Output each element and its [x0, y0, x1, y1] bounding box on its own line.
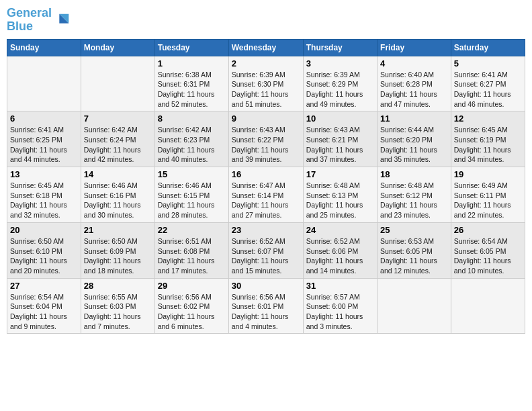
calendar-cell: 16Sunrise: 6:47 AMSunset: 6:14 PMDayligh…	[228, 167, 303, 223]
day-number: 15	[158, 169, 226, 179]
calendar-cell: 29Sunrise: 6:56 AMSunset: 6:02 PMDayligh…	[154, 278, 228, 334]
day-number: 5	[454, 58, 522, 68]
day-info: Sunrise: 6:45 AMSunset: 6:18 PMDaylight:…	[10, 181, 78, 220]
logo-text: General Blue	[7, 7, 52, 34]
day-info: Sunrise: 6:56 AMSunset: 6:02 PMDaylight:…	[158, 292, 226, 332]
day-number: 12	[454, 113, 522, 124]
day-number: 28	[84, 281, 152, 291]
day-info: Sunrise: 6:43 AMSunset: 6:22 PMDaylight:…	[232, 125, 300, 165]
page-header: General Blue	[7, 7, 525, 34]
calendar-cell: 15Sunrise: 6:46 AMSunset: 6:15 PMDayligh…	[154, 167, 228, 223]
day-number: 19	[454, 169, 522, 179]
day-info: Sunrise: 6:41 AMSunset: 6:25 PMDaylight:…	[10, 125, 78, 165]
calendar-cell: 30Sunrise: 6:56 AMSunset: 6:01 PMDayligh…	[228, 278, 303, 334]
day-info: Sunrise: 6:46 AMSunset: 6:16 PMDaylight:…	[84, 181, 152, 220]
day-info: Sunrise: 6:50 AMSunset: 6:09 PMDaylight:…	[84, 236, 152, 276]
day-info: Sunrise: 6:56 AMSunset: 6:01 PMDaylight:…	[232, 292, 300, 332]
day-info: Sunrise: 6:48 AMSunset: 6:13 PMDaylight:…	[306, 181, 374, 220]
day-info: Sunrise: 6:43 AMSunset: 6:21 PMDaylight:…	[306, 125, 374, 165]
day-number: 31	[306, 281, 374, 291]
day-info: Sunrise: 6:52 AMSunset: 6:07 PMDaylight:…	[232, 236, 300, 276]
day-info: Sunrise: 6:39 AMSunset: 6:30 PMDaylight:…	[232, 70, 300, 109]
day-number: 26	[454, 225, 522, 235]
calendar-cell: 1Sunrise: 6:38 AMSunset: 6:31 PMDaylight…	[154, 56, 228, 111]
day-number: 24	[306, 225, 374, 235]
day-number: 4	[380, 58, 448, 68]
day-number: 7	[84, 113, 152, 124]
calendar-table: SundayMondayTuesdayWednesdayThursdayFrid…	[7, 39, 525, 334]
day-info: Sunrise: 6:54 AMSunset: 6:04 PMDaylight:…	[10, 292, 78, 332]
calendar-cell: 18Sunrise: 6:48 AMSunset: 6:12 PMDayligh…	[378, 167, 451, 223]
calendar-week-row: 1Sunrise: 6:38 AMSunset: 6:31 PMDaylight…	[7, 56, 525, 111]
logo-icon	[53, 11, 72, 30]
calendar-cell	[7, 56, 81, 111]
day-info: Sunrise: 6:50 AMSunset: 6:10 PMDaylight:…	[10, 236, 78, 276]
day-number: 3	[306, 58, 374, 68]
column-header-friday: Friday	[378, 39, 451, 56]
calendar-cell: 5Sunrise: 6:41 AMSunset: 6:27 PMDaylight…	[451, 56, 525, 111]
day-number: 22	[158, 225, 226, 235]
day-info: Sunrise: 6:52 AMSunset: 6:06 PMDaylight:…	[306, 236, 374, 276]
day-number: 2	[232, 58, 300, 68]
calendar-cell: 9Sunrise: 6:43 AMSunset: 6:22 PMDaylight…	[228, 111, 303, 167]
calendar-cell: 2Sunrise: 6:39 AMSunset: 6:30 PMDaylight…	[228, 56, 303, 111]
day-info: Sunrise: 6:40 AMSunset: 6:28 PMDaylight:…	[380, 70, 448, 109]
logo: General Blue	[7, 7, 72, 34]
calendar-cell	[378, 278, 451, 334]
day-number: 16	[232, 169, 300, 179]
day-info: Sunrise: 6:45 AMSunset: 6:19 PMDaylight:…	[454, 125, 522, 165]
day-info: Sunrise: 6:39 AMSunset: 6:29 PMDaylight:…	[306, 70, 374, 109]
calendar-cell: 4Sunrise: 6:40 AMSunset: 6:28 PMDaylight…	[378, 56, 451, 111]
day-info: Sunrise: 6:47 AMSunset: 6:14 PMDaylight:…	[232, 181, 300, 220]
day-number: 1	[158, 58, 226, 68]
calendar-cell: 13Sunrise: 6:45 AMSunset: 6:18 PMDayligh…	[7, 167, 81, 223]
column-header-wednesday: Wednesday	[228, 39, 303, 56]
calendar-cell: 21Sunrise: 6:50 AMSunset: 6:09 PMDayligh…	[81, 222, 154, 278]
day-number: 17	[306, 169, 374, 179]
calendar-week-row: 6Sunrise: 6:41 AMSunset: 6:25 PMDaylight…	[7, 111, 525, 167]
calendar-cell: 10Sunrise: 6:43 AMSunset: 6:21 PMDayligh…	[303, 111, 377, 167]
day-info: Sunrise: 6:54 AMSunset: 6:05 PMDaylight:…	[454, 236, 522, 276]
calendar-cell: 26Sunrise: 6:54 AMSunset: 6:05 PMDayligh…	[451, 222, 525, 278]
calendar-cell: 19Sunrise: 6:49 AMSunset: 6:11 PMDayligh…	[451, 167, 525, 223]
day-number: 10	[306, 113, 374, 124]
day-number: 21	[84, 225, 152, 235]
day-info: Sunrise: 6:41 AMSunset: 6:27 PMDaylight:…	[454, 70, 522, 109]
day-info: Sunrise: 6:48 AMSunset: 6:12 PMDaylight:…	[380, 181, 448, 220]
day-info: Sunrise: 6:38 AMSunset: 6:31 PMDaylight:…	[158, 70, 226, 109]
day-number: 29	[158, 281, 226, 291]
day-number: 14	[84, 169, 152, 179]
calendar-cell: 7Sunrise: 6:42 AMSunset: 6:24 PMDaylight…	[81, 111, 154, 167]
day-number: 20	[10, 225, 78, 235]
day-number: 25	[380, 225, 448, 235]
calendar-cell: 8Sunrise: 6:42 AMSunset: 6:23 PMDaylight…	[154, 111, 228, 167]
calendar-cell: 6Sunrise: 6:41 AMSunset: 6:25 PMDaylight…	[7, 111, 81, 167]
day-info: Sunrise: 6:46 AMSunset: 6:15 PMDaylight:…	[158, 181, 226, 220]
day-info: Sunrise: 6:42 AMSunset: 6:24 PMDaylight:…	[84, 125, 152, 165]
day-number: 30	[232, 281, 300, 291]
day-number: 18	[380, 169, 448, 179]
calendar-cell: 14Sunrise: 6:46 AMSunset: 6:16 PMDayligh…	[81, 167, 154, 223]
day-number: 11	[380, 113, 448, 124]
column-header-thursday: Thursday	[303, 39, 377, 56]
column-header-saturday: Saturday	[451, 39, 525, 56]
calendar-cell	[451, 278, 525, 334]
calendar-cell: 3Sunrise: 6:39 AMSunset: 6:29 PMDaylight…	[303, 56, 377, 111]
calendar-header-row: SundayMondayTuesdayWednesdayThursdayFrid…	[7, 39, 525, 56]
calendar-cell: 22Sunrise: 6:51 AMSunset: 6:08 PMDayligh…	[154, 222, 228, 278]
calendar-cell: 31Sunrise: 6:57 AMSunset: 6:00 PMDayligh…	[303, 278, 377, 334]
calendar-week-row: 13Sunrise: 6:45 AMSunset: 6:18 PMDayligh…	[7, 167, 525, 223]
day-number: 13	[10, 169, 78, 179]
day-info: Sunrise: 6:51 AMSunset: 6:08 PMDaylight:…	[158, 236, 226, 276]
calendar-week-row: 27Sunrise: 6:54 AMSunset: 6:04 PMDayligh…	[7, 278, 525, 334]
calendar-cell: 20Sunrise: 6:50 AMSunset: 6:10 PMDayligh…	[7, 222, 81, 278]
day-number: 9	[232, 113, 300, 124]
day-info: Sunrise: 6:53 AMSunset: 6:05 PMDaylight:…	[380, 236, 448, 276]
day-info: Sunrise: 6:44 AMSunset: 6:20 PMDaylight:…	[380, 125, 448, 165]
calendar-cell: 17Sunrise: 6:48 AMSunset: 6:13 PMDayligh…	[303, 167, 377, 223]
calendar-cell: 25Sunrise: 6:53 AMSunset: 6:05 PMDayligh…	[378, 222, 451, 278]
calendar-cell: 23Sunrise: 6:52 AMSunset: 6:07 PMDayligh…	[228, 222, 303, 278]
day-info: Sunrise: 6:55 AMSunset: 6:03 PMDaylight:…	[84, 292, 152, 332]
day-info: Sunrise: 6:42 AMSunset: 6:23 PMDaylight:…	[158, 125, 226, 165]
day-info: Sunrise: 6:49 AMSunset: 6:11 PMDaylight:…	[454, 181, 522, 220]
